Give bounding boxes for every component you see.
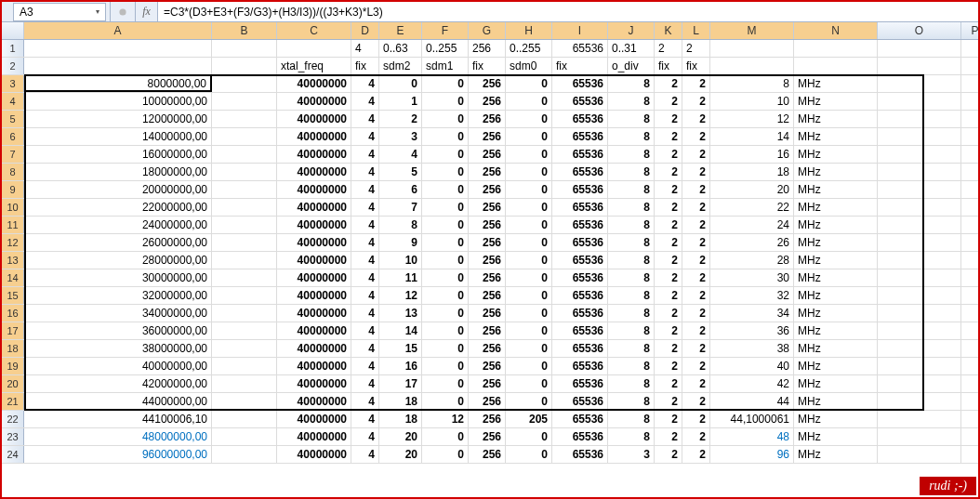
cell-L1[interactable]: 2 (682, 40, 710, 57)
cell-C11[interactable]: 40000000 (277, 217, 351, 233)
cell-B22[interactable] (212, 411, 277, 427)
cell-K12[interactable]: 2 (655, 234, 682, 251)
cell-H21[interactable]: 0 (506, 393, 552, 410)
cell-H7[interactable]: 0 (506, 146, 552, 163)
cell-P1[interactable] (961, 40, 980, 57)
cell-N1[interactable] (794, 40, 878, 57)
cell-I13[interactable]: 65536 (552, 252, 608, 269)
cell-F8[interactable]: 0 (422, 164, 469, 180)
cell-E11[interactable]: 8 (379, 217, 422, 233)
cell-J20[interactable]: 8 (608, 375, 655, 392)
cell-L8[interactable]: 2 (682, 164, 710, 180)
cell-M13[interactable]: 28 (710, 252, 794, 269)
cell-H22[interactable]: 205 (506, 411, 552, 427)
row-header-7[interactable]: 7 (2, 146, 24, 163)
cell-G12[interactable]: 256 (469, 234, 506, 251)
cell-I18[interactable]: 65536 (552, 340, 608, 357)
cell-O1[interactable] (878, 40, 961, 57)
cell-H24[interactable]: 0 (506, 446, 552, 463)
cell-J12[interactable]: 8 (608, 234, 655, 251)
cell-F12[interactable]: 0 (422, 234, 469, 251)
cell-J6[interactable]: 8 (608, 128, 655, 145)
cell-E21[interactable]: 18 (379, 393, 422, 410)
cell-D13[interactable]: 4 (351, 252, 379, 269)
cell-K8[interactable]: 2 (655, 164, 682, 180)
cell-I17[interactable]: 65536 (552, 322, 608, 339)
cell-J17[interactable]: 8 (608, 322, 655, 339)
cell-P5[interactable] (961, 111, 980, 127)
cell-A10[interactable]: 22000000,00 (24, 199, 212, 216)
cell-N17[interactable]: MHz (794, 322, 878, 339)
cell-N24[interactable]: MHz (794, 446, 878, 463)
cell-A17[interactable]: 36000000,00 (24, 322, 212, 339)
cell-H14[interactable]: 0 (506, 269, 552, 286)
cell-F22[interactable]: 12 (422, 411, 469, 427)
cell-M8[interactable]: 18 (710, 164, 794, 180)
cell-O19[interactable] (878, 358, 961, 374)
cell-M4[interactable]: 10 (710, 93, 794, 110)
cell-C24[interactable]: 40000000 (277, 446, 351, 463)
cell-O12[interactable] (878, 234, 961, 251)
cell-H4[interactable]: 0 (506, 93, 552, 110)
cell-C7[interactable]: 40000000 (277, 146, 351, 163)
cell-A24[interactable]: 96000000,00 (24, 446, 212, 463)
row-header-9[interactable]: 9 (2, 181, 24, 198)
cell-C20[interactable]: 40000000 (277, 375, 351, 392)
cell-L4[interactable]: 2 (682, 93, 710, 110)
cell-D4[interactable]: 4 (351, 93, 379, 110)
cell-F5[interactable]: 0 (422, 111, 469, 127)
cell-H2[interactable]: sdm0 (506, 58, 552, 74)
cell-K13[interactable]: 2 (655, 252, 682, 269)
formula-input[interactable]: =C3*(D3+E3+(F3/G3)+(H3/I3))/((J3+K3)*L3) (158, 2, 978, 21)
cell-L6[interactable]: 2 (682, 128, 710, 145)
cell-A5[interactable]: 12000000,00 (24, 111, 212, 127)
cell-B24[interactable] (212, 446, 277, 463)
cell-I6[interactable]: 65536 (552, 128, 608, 145)
cell-K14[interactable]: 2 (655, 269, 682, 286)
cell-I15[interactable]: 65536 (552, 287, 608, 304)
cell-P20[interactable] (961, 375, 980, 392)
cell-E7[interactable]: 4 (379, 146, 422, 163)
cell-M5[interactable]: 12 (710, 111, 794, 127)
cell-O2[interactable] (878, 58, 961, 74)
cell-L9[interactable]: 2 (682, 181, 710, 198)
cell-P8[interactable] (961, 164, 980, 180)
cell-D3[interactable]: 4 (351, 75, 379, 92)
cell-J8[interactable]: 8 (608, 164, 655, 180)
cell-M10[interactable]: 22 (710, 199, 794, 216)
cell-A18[interactable]: 38000000,00 (24, 340, 212, 357)
cell-D9[interactable]: 4 (351, 181, 379, 198)
cell-C4[interactable]: 40000000 (277, 93, 351, 110)
cell-F14[interactable]: 0 (422, 269, 469, 286)
cell-D14[interactable]: 4 (351, 269, 379, 286)
cell-M20[interactable]: 42 (710, 375, 794, 392)
cell-P11[interactable] (961, 217, 980, 233)
row-header-23[interactable]: 23 (2, 428, 24, 445)
cell-O8[interactable] (878, 164, 961, 180)
cell-O14[interactable] (878, 269, 961, 286)
cell-K9[interactable]: 2 (655, 181, 682, 198)
cell-G11[interactable]: 256 (469, 217, 506, 233)
cell-I20[interactable]: 65536 (552, 375, 608, 392)
cell-O22[interactable] (878, 411, 961, 427)
cell-I12[interactable]: 65536 (552, 234, 608, 251)
cell-C10[interactable]: 40000000 (277, 199, 351, 216)
col-header-G[interactable]: G (469, 22, 506, 39)
cell-J10[interactable]: 8 (608, 199, 655, 216)
row-header-15[interactable]: 15 (2, 287, 24, 304)
cell-G5[interactable]: 256 (469, 111, 506, 127)
cell-A16[interactable]: 34000000,00 (24, 305, 212, 322)
cell-F16[interactable]: 0 (422, 305, 469, 322)
cell-H20[interactable]: 0 (506, 375, 552, 392)
cell-P9[interactable] (961, 181, 980, 198)
cell-C1[interactable] (277, 40, 351, 57)
cell-A11[interactable]: 24000000,00 (24, 217, 212, 233)
cell-F15[interactable]: 0 (422, 287, 469, 304)
cell-A23[interactable]: 48000000,00 (24, 428, 212, 445)
cell-D18[interactable]: 4 (351, 340, 379, 357)
cell-J4[interactable]: 8 (608, 93, 655, 110)
cell-I10[interactable]: 65536 (552, 199, 608, 216)
cell-L20[interactable]: 2 (682, 375, 710, 392)
cell-A21[interactable]: 44000000,00 (24, 393, 212, 410)
cell-I8[interactable]: 65536 (552, 164, 608, 180)
